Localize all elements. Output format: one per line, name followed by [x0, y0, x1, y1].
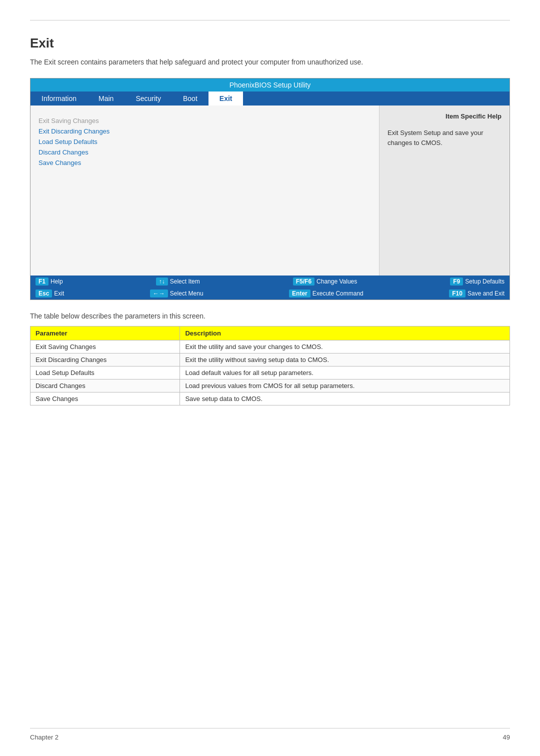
bios-title-bar: PhoenixBIOS Setup Utility: [30, 78, 510, 92]
bios-nav-bar: Information Main Security Boot Exit: [30, 92, 510, 106]
params-table: Parameter Description Exit Saving Change…: [30, 326, 510, 406]
label-select-item: Select Item: [170, 278, 200, 285]
footer-f5f6: F5/F6 Change Values: [293, 278, 358, 286]
help-text: Exit System Setup and save your changes …: [388, 128, 502, 148]
bios-content-area: Exit Saving Changes Exit Discarding Chan…: [30, 106, 510, 276]
key-f5f6: F5/F6: [293, 278, 314, 286]
key-f9: F9: [450, 278, 463, 286]
nav-information[interactable]: Information: [30, 92, 88, 106]
nav-main[interactable]: Main: [88, 92, 124, 106]
col-header-description: Description: [180, 326, 510, 340]
bios-footer: F1 Help ↑↓ Select Item F5/F6 Change Valu…: [30, 276, 510, 288]
footer-f9: F9 Setup Defaults: [450, 278, 504, 286]
label-help: Help: [50, 278, 63, 285]
label-exit: Exit: [54, 290, 64, 297]
menu-exit-saving[interactable]: Exit Saving Changes: [38, 116, 371, 126]
cell-param: Load Setup Defaults: [30, 366, 180, 380]
bios-utility-box: PhoenixBIOS Setup Utility Information Ma…: [30, 78, 510, 300]
cell-param: Exit Saving Changes: [30, 340, 180, 354]
key-f10: F10: [449, 290, 466, 298]
key-leftright: ←→: [150, 290, 168, 298]
bios-left-panel: Exit Saving Changes Exit Discarding Chan…: [30, 106, 380, 276]
page-footer: Chapter 2 49: [30, 728, 510, 741]
intro-text: The Exit screen contains parameters that…: [30, 58, 510, 66]
page-number: 49: [503, 734, 510, 741]
bios-footer-2: Esc Exit ←→ Select Menu Enter Execute Co…: [30, 288, 510, 300]
chapter-label: Chapter 2: [30, 734, 58, 741]
menu-save-changes[interactable]: Save Changes: [38, 158, 371, 168]
key-esc: Esc: [36, 290, 52, 298]
table-desc: The table below describes the parameters…: [30, 312, 510, 320]
table-row: Exit Saving ChangesExit the utility and …: [30, 340, 510, 354]
cell-param: Exit Discarding Changes: [30, 354, 180, 366]
menu-load-defaults[interactable]: Load Setup Defaults: [38, 136, 371, 147]
key-updown: ↑↓: [156, 278, 168, 286]
footer-updown: ↑↓ Select Item: [156, 278, 200, 286]
cell-desc: Exit the utility and save your changes t…: [180, 340, 510, 354]
cell-param: Save Changes: [30, 392, 180, 406]
key-f1: F1: [36, 278, 48, 286]
nav-exit[interactable]: Exit: [208, 92, 244, 106]
page-title: Exit: [30, 36, 510, 51]
cell-desc: Save setup data to CMOS.: [180, 392, 510, 406]
footer-enter: Enter Execute Command: [289, 290, 364, 298]
label-save-exit: Save and Exit: [468, 290, 504, 297]
footer-leftright: ←→ Select Menu: [150, 290, 204, 298]
footer-esc: Esc Exit: [36, 290, 64, 298]
table-row: Exit Discarding ChangesExit the utility …: [30, 354, 510, 366]
bios-right-panel: Item Specific Help Exit System Setup and…: [380, 106, 510, 276]
nav-boot[interactable]: Boot: [172, 92, 208, 106]
nav-security[interactable]: Security: [124, 92, 172, 106]
footer-f10: F10 Save and Exit: [449, 290, 504, 298]
cell-param: Discard Changes: [30, 380, 180, 392]
table-row: Load Setup DefaultsLoad default values f…: [30, 366, 510, 380]
menu-discard-changes[interactable]: Discard Changes: [38, 147, 371, 158]
table-row: Save ChangesSave setup data to CMOS.: [30, 392, 510, 406]
cell-desc: Exit the utility without saving setup da…: [180, 354, 510, 366]
cell-desc: Load previous values from CMOS for all s…: [180, 380, 510, 392]
label-change-values: Change Values: [316, 278, 357, 285]
label-select-menu: Select Menu: [170, 290, 204, 297]
table-row: Discard ChangesLoad previous values from…: [30, 380, 510, 392]
menu-exit-discarding[interactable]: Exit Discarding Changes: [38, 126, 371, 136]
col-header-parameter: Parameter: [30, 326, 180, 340]
label-setup-defaults: Setup Defaults: [465, 278, 504, 285]
cell-desc: Load default values for all setup parame…: [180, 366, 510, 380]
key-enter: Enter: [289, 290, 310, 298]
help-title: Item Specific Help: [388, 112, 502, 120]
footer-f1: F1 Help: [36, 278, 63, 286]
label-execute-command: Execute Command: [312, 290, 364, 297]
